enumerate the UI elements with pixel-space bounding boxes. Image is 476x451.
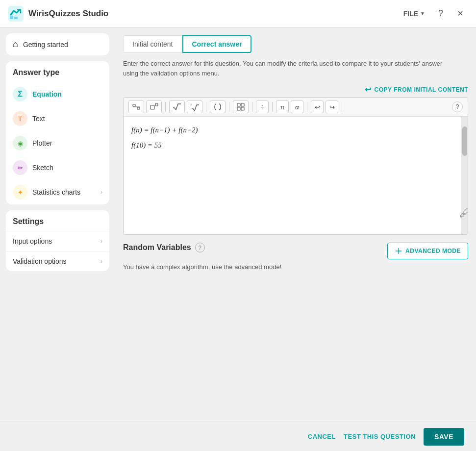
svg-text:n: n	[191, 103, 192, 106]
answer-type-section: Answer type Σ Equation T Text ◉ Plotter …	[6, 61, 109, 204]
text-icon: T	[13, 111, 27, 126]
separator-7	[342, 102, 342, 112]
svg-rect-7	[155, 103, 158, 106]
file-menu[interactable]: FILE ▼	[400, 8, 429, 20]
equation-icon: Σ	[13, 87, 27, 101]
random-vars-description: You have a complex algorithm, use the ad…	[123, 263, 468, 271]
copy-bar: ↩ COPY FROM INITIAL CONTENT	[123, 85, 468, 94]
redo-button[interactable]: ↪	[326, 100, 338, 113]
getting-started-item[interactable]: ⌂ Getting started	[6, 33, 109, 55]
save-button[interactable]: SAVE	[424, 428, 464, 446]
equation-label: Equation	[32, 90, 62, 98]
separator-4	[252, 102, 252, 112]
settings-section: Settings Input options › Validation opti…	[6, 210, 109, 271]
undo-button[interactable]: ↩	[311, 100, 324, 113]
alpha-button[interactable]: α	[291, 100, 303, 113]
random-vars-left: Random Variables ?	[123, 243, 205, 252]
app-logo	[8, 6, 24, 22]
footer: CANCEL TEST THIS QUESTION SAVE	[0, 422, 476, 451]
editor-content-area: f(n) = f(n−1) + f(n−2) f(10) = 55 🖋	[124, 117, 468, 234]
text-label: Text	[32, 115, 45, 123]
svg-rect-3	[133, 104, 135, 106]
separator-1	[165, 102, 166, 112]
divide-button[interactable]: ÷	[256, 100, 269, 113]
nthroot-button[interactable]: n	[187, 100, 202, 113]
svg-rect-10	[241, 103, 244, 106]
input-options-chevron-icon: ›	[100, 238, 102, 245]
tabs: Initial content Correct answer	[123, 35, 468, 53]
separator-3	[229, 102, 229, 112]
editor-toolbar: n ÷ π α	[124, 98, 468, 117]
home-icon: ⌂	[13, 39, 18, 50]
svg-rect-11	[237, 107, 240, 110]
advanced-mode-button[interactable]: ADVANCED MODE	[387, 243, 468, 259]
advanced-mode-icon	[395, 247, 402, 255]
editor-scrollbar[interactable]: 🖋	[461, 117, 468, 234]
copy-icon: ↩	[365, 85, 372, 94]
content-area: Initial content Correct answer Enter the…	[115, 27, 476, 422]
random-vars-help-icon[interactable]: ?	[195, 243, 205, 252]
sidebar-item-equation[interactable]: Σ Equation	[6, 82, 109, 106]
brackets-button[interactable]	[210, 100, 225, 113]
help-button[interactable]: ?	[433, 6, 449, 22]
svg-rect-9	[237, 103, 240, 106]
fraction-button[interactable]	[128, 100, 144, 113]
tab-description: Enter the correct answer for this questi…	[123, 59, 456, 78]
plotter-label: Plotter	[32, 139, 52, 147]
close-button[interactable]: ×	[452, 6, 468, 22]
stats-label: Statistics charts	[32, 188, 80, 196]
sidebar-item-text[interactable]: T Text	[6, 106, 109, 131]
svg-rect-12	[241, 107, 244, 110]
copy-from-initial-link[interactable]: ↩ COPY FROM INITIAL CONTENT	[365, 85, 468, 94]
random-vars-header: Random Variables ? ADVANCED MODE	[123, 243, 468, 259]
getting-started-label: Getting started	[23, 41, 68, 49]
separator-5	[272, 102, 273, 112]
settings-title: Settings	[6, 210, 109, 231]
sqrt-button[interactable]	[169, 100, 185, 113]
plotter-icon: ◉	[13, 136, 27, 150]
random-variables-section: Random Variables ? ADVANCED MODE You hav…	[123, 243, 468, 271]
superscript-button[interactable]	[146, 100, 162, 113]
validation-options-label: Validation options	[13, 257, 66, 265]
cancel-button[interactable]: CANCEL	[308, 433, 336, 440]
svg-rect-4	[137, 107, 140, 109]
math-line-2: f(10) = 55	[131, 139, 453, 152]
tab-initial-content[interactable]: Initial content	[123, 35, 182, 53]
separator-2	[206, 102, 206, 112]
svg-rect-6	[150, 105, 154, 109]
main-layout: ⌂ Getting started Answer type Σ Equation…	[0, 27, 476, 422]
test-question-button[interactable]: TEST THIS QUESTION	[344, 433, 416, 440]
svg-rect-1	[10, 16, 13, 19]
input-options-label: Input options	[13, 237, 52, 245]
answer-type-title: Answer type	[6, 61, 109, 82]
sidebar-item-validation-options[interactable]: Validation options ›	[6, 251, 109, 271]
sidebar: ⌂ Getting started Answer type Σ Equation…	[0, 27, 115, 422]
math-line-1: f(n) = f(n−1) + f(n−2)	[131, 124, 453, 137]
matrix-button[interactable]	[233, 100, 249, 113]
toolbar-help-icon[interactable]: ?	[452, 101, 463, 112]
stats-icon: ✦	[13, 185, 27, 200]
file-menu-chevron-icon: ▼	[420, 11, 425, 16]
header-actions: FILE ▼ ? ×	[400, 6, 468, 22]
sidebar-item-plotter[interactable]: ◉ Plotter	[6, 131, 109, 155]
getting-started-section: ⌂ Getting started	[6, 33, 109, 55]
stats-chevron-icon: ›	[100, 189, 102, 196]
separator-6	[307, 102, 307, 112]
scroll-thumb	[462, 126, 467, 156]
editor-wrapper: n ÷ π α	[123, 97, 468, 235]
svg-rect-0	[8, 6, 24, 22]
sidebar-item-sketch[interactable]: ✏ Sketch	[6, 155, 109, 180]
tab-correct-answer[interactable]: Correct answer	[182, 35, 252, 53]
scroll-cursor-icon: 🖋	[459, 207, 469, 220]
file-menu-label: FILE	[403, 10, 418, 18]
sidebar-item-statistics[interactable]: ✦ Statistics charts ›	[6, 180, 109, 204]
svg-rect-2	[14, 17, 18, 19]
pi-button[interactable]: π	[276, 100, 289, 113]
sketch-icon: ✏	[13, 160, 27, 175]
sketch-label: Sketch	[32, 164, 53, 172]
sidebar-item-input-options[interactable]: Input options ›	[6, 231, 109, 251]
editor-content[interactable]: f(n) = f(n−1) + f(n−2) f(10) = 55	[124, 117, 468, 234]
validation-options-chevron-icon: ›	[100, 258, 102, 265]
header: WirisQuizzes Studio FILE ▼ ? ×	[0, 0, 476, 27]
app-title: WirisQuizzes Studio	[28, 9, 400, 19]
